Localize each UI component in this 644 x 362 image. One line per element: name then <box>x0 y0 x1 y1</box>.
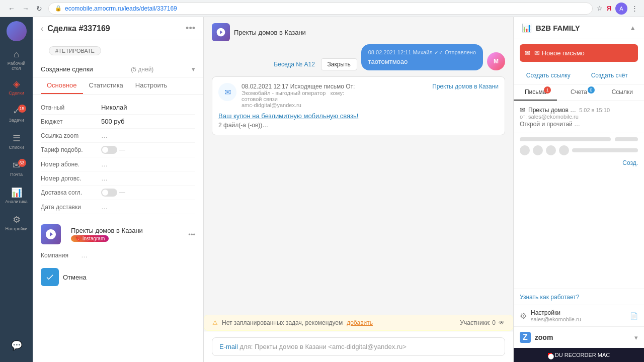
nav-sidebar: ⌂ Рабочий стол ◈ Сделки 15 ✓ Задачи ☰ Сп… <box>0 17 33 362</box>
dashboard-icon: ⌂ <box>14 49 19 60</box>
tab-invoices[interactable]: Счета 0 <box>557 84 600 101</box>
company-label: Компания <box>41 252 81 259</box>
email-from: Экомобайл - выгодный оператор кому: <box>242 90 499 96</box>
task-warning-icon: ⚠ <box>212 319 218 326</box>
delivery-toggle[interactable] <box>101 189 117 197</box>
right-panel-header: 📊 B2B FAMILY ▲ <box>514 17 644 39</box>
email-type-icon: ✉ <box>218 83 236 101</box>
field-delivery-date: Дата доставки … <box>41 200 195 214</box>
sidebar-item-analytics[interactable]: 📊 Аналитика <box>4 183 29 208</box>
msg-conversation-info: Беседа № А12 Закрыть <box>274 58 357 70</box>
loading-dot-1 <box>520 145 530 155</box>
create-link-button[interactable]: Создать ссылку <box>520 70 577 81</box>
field-subscriber: Номер абоне. … <box>41 157 195 171</box>
message-1: Пректы домов в Казани Беседа № А12 Закры… <box>212 23 505 70</box>
settings-label: Настройки <box>5 226 27 231</box>
sidebar-item-dashboard[interactable]: ⌂ Рабочий стол <box>4 47 29 72</box>
chat-icon: 💬 <box>11 340 22 351</box>
eye-icon[interactable]: 👁 <box>499 319 505 326</box>
email-details: 08.02.2021 12:17 Исходящее письмо От: Пр… <box>242 83 499 108</box>
how-it-works-link[interactable]: Узнать как работает? <box>520 294 579 301</box>
conversation-link[interactable]: Беседа № А12 <box>274 61 315 68</box>
mail-preview: Открой и прочитай … <box>520 121 638 128</box>
cancel-button[interactable]: Отмена <box>63 274 87 281</box>
settings-email: sales@ekomobile.ru <box>531 316 581 322</box>
settings-expand-icon[interactable]: 📄 <box>630 312 638 320</box>
field-label-delivery-date: Дата доставки <box>41 204 101 211</box>
url-bar[interactable]: 🔒 ecomobile.amocrm.ru/leads/detail/33716… <box>48 3 593 15</box>
new-mail-button[interactable]: ✉ ✉ Новое письмо <box>520 44 638 62</box>
sidebar-item-tasks[interactable]: 15 ✓ Задачи <box>4 102 29 127</box>
sidebar-item-mail[interactable]: 63 ✉ Почта <box>4 156 29 181</box>
compose-area: E-mail для: Пректы домов в Казани <amc-d… <box>204 331 513 362</box>
tab-links[interactable]: Ссылки <box>601 84 644 101</box>
zoom-row: Z zoom ▾ <box>514 326 644 348</box>
deal-more-button[interactable]: ••• <box>186 23 195 34</box>
invoices-badge: 0 <box>588 86 595 94</box>
contact-name[interactable]: Пректы домов в Казани <box>71 227 188 234</box>
deal-tag[interactable]: #ТЕТИРОВАТЕ <box>49 46 101 55</box>
instagram-badge: 🔖 Instagram <box>71 235 109 242</box>
tab-letters[interactable]: Письма 1 <box>514 84 557 101</box>
create-invoice-button[interactable]: Создать счёт <box>581 70 638 81</box>
field-value-contract[interactable]: … <box>101 174 108 182</box>
user-avatar[interactable]: A <box>615 3 627 15</box>
tasks-label: Задачи <box>9 118 24 123</box>
email-header: ✉ 08.02.2021 12:17 Исходящее письмо От: … <box>218 83 499 108</box>
field-label-responsible: Отв-ный <box>41 104 101 111</box>
contact-info: Пректы домов в Казани 🔖 Instagram <box>71 227 188 242</box>
browser-bar: ← → ↻ 🔒 ecomobile.amocrm.ru/leads/detail… <box>0 0 644 17</box>
recorder-bar: ⬤ DU RECORDER MAC <box>514 348 644 362</box>
analytics-label: Аналитика <box>5 199 28 204</box>
right-panel-settings: Узнать как работает? <box>514 289 644 305</box>
contact-more-button[interactable]: ••• <box>188 231 195 238</box>
browser-toolbar: ☆ Я A ⋮ <box>597 3 638 15</box>
delivery-toggle-container: — <box>101 189 125 197</box>
zoom-collapse-icon[interactable]: ▾ <box>634 334 638 341</box>
create-button[interactable]: Созд. <box>622 159 638 166</box>
analytics-icon: 📊 <box>11 187 22 198</box>
close-conversation-button[interactable]: Закрыть <box>321 58 357 70</box>
mail-list-item[interactable]: ✉ Пректы домов … 5.02 в 15:10 от: sales@… <box>514 101 644 133</box>
cancel-icon[interactable] <box>41 268 59 286</box>
participants-text: Участники: 0 <box>460 319 496 326</box>
refresh-button[interactable]: ↻ <box>34 3 44 15</box>
email-subject[interactable]: Ваш купон на безлимитную мобильную связь… <box>218 112 499 120</box>
field-value-responsible[interactable]: Николай <box>101 104 127 111</box>
compose-input[interactable]: E-mail для: Пректы домов в Казани <amc-d… <box>212 337 505 356</box>
deal-stage-toggle[interactable]: ▾ <box>192 65 195 73</box>
new-mail-label: ✉ Новое письмо <box>534 49 585 57</box>
forward-button[interactable]: → <box>20 3 31 15</box>
deal-back-button[interactable]: ‹ <box>41 24 43 33</box>
new-mail-icon: ✉ <box>525 49 530 57</box>
loading-bar-2 <box>615 137 638 141</box>
sidebar-item-deals[interactable]: ◈ Сделки <box>4 74 29 100</box>
sidebar-item-lists[interactable]: ☰ Списки <box>4 129 29 154</box>
tab-basic[interactable]: Основное <box>41 77 83 94</box>
right-panel-collapse-button[interactable]: ▲ <box>629 24 636 32</box>
loading-dot-3 <box>546 145 556 155</box>
menu-icon[interactable]: ⋮ <box>631 5 638 12</box>
task-add-link[interactable]: добавить <box>347 319 373 326</box>
field-value-zoom[interactable]: … <box>101 132 108 139</box>
email-attachments: 2 файл(-а (-ов))… <box>218 122 499 129</box>
email-contact-link[interactable]: Пректы домов в Казани <box>432 83 499 90</box>
tariff-toggle[interactable] <box>101 146 117 154</box>
deal-title: Сделка #337169 <box>47 24 186 33</box>
tasks-badge: 15 <box>18 105 26 113</box>
sidebar-item-settings[interactable]: ⚙ Настройки <box>4 210 29 235</box>
tab-configure[interactable]: Настроить <box>129 77 174 94</box>
field-label-budget: Бюджет <box>41 118 101 125</box>
sidebar-item-chat[interactable]: 💬 <box>4 333 29 358</box>
back-button[interactable]: ← <box>6 3 17 15</box>
tab-statistics[interactable]: Статистика <box>83 77 129 94</box>
field-value-delivery-date[interactable]: … <box>101 203 108 211</box>
field-value-budget[interactable]: 500 руб <box>101 118 124 125</box>
company-value[interactable]: … <box>81 251 88 259</box>
bookmark-icon[interactable]: ☆ <box>597 5 603 12</box>
email-company: сотовой связи <box>242 96 499 102</box>
mail-from: Пректы домов … <box>528 107 576 114</box>
recorder-label: DU RECORDER MAC <box>555 352 610 358</box>
field-delivery-agreed: Доставка согл. — <box>41 186 195 200</box>
field-value-subscriber[interactable]: … <box>101 160 108 168</box>
